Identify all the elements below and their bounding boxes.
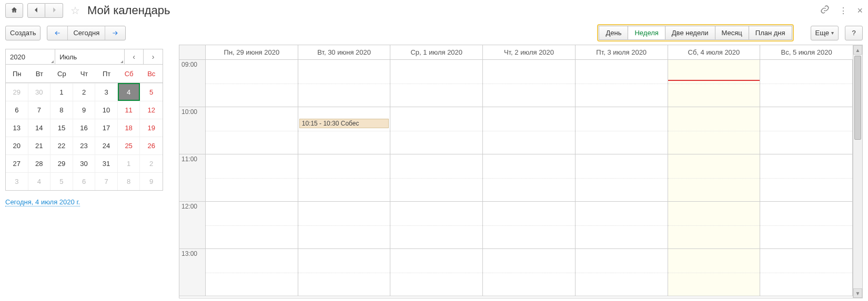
scroll-down-button[interactable]: ▼ <box>853 288 862 298</box>
mini-day-cell[interactable]: 29 <box>6 83 28 101</box>
mini-day-cell[interactable]: 30 <box>28 83 51 101</box>
nav-back-button[interactable] <box>27 3 45 18</box>
mini-day-cell[interactable]: 26 <box>140 137 163 154</box>
day-header[interactable]: Пн, 29 июня 2020 <box>206 45 298 59</box>
view-tab-day-plan[interactable]: План дня <box>749 26 792 40</box>
calendar-cell[interactable] <box>206 249 298 296</box>
view-tab-month[interactable]: Месяц <box>715 26 749 40</box>
mini-day-cell[interactable]: 14 <box>28 119 51 137</box>
mini-day-cell[interactable]: 24 <box>95 137 118 154</box>
mini-day-cell[interactable]: 5 <box>140 83 163 101</box>
calendar-cell[interactable] <box>760 107 853 154</box>
mini-day-cell[interactable]: 16 <box>73 119 96 137</box>
calendar-cell[interactable] <box>298 249 391 296</box>
calendar-cell[interactable]: 10:15 - 10:30 Собес <box>298 107 391 154</box>
calendar-cell[interactable] <box>206 60 298 107</box>
day-header[interactable]: Вт, 30 июня 2020 <box>298 45 391 59</box>
mini-day-cell[interactable]: 4 <box>28 172 51 190</box>
calendar-cell[interactable] <box>760 154 853 202</box>
mini-day-cell[interactable]: 1 <box>118 154 140 172</box>
calendar-cell[interactable] <box>483 154 576 202</box>
calendar-cell[interactable] <box>576 154 668 202</box>
create-button[interactable]: Создать <box>5 26 41 40</box>
mini-day-cell[interactable]: 28 <box>28 154 51 172</box>
day-header[interactable]: Сб, 4 июля 2020 <box>668 45 761 59</box>
calendar-event[interactable]: 10:15 - 10:30 Собес <box>299 119 389 128</box>
mini-next-month[interactable]: › <box>144 49 163 64</box>
calendar-cell[interactable] <box>483 107 576 154</box>
calendar-cell[interactable] <box>206 154 298 202</box>
mini-day-cell[interactable]: 7 <box>95 172 118 190</box>
mini-day-cell[interactable]: 5 <box>51 172 73 190</box>
mini-day-cell[interactable]: 13 <box>6 119 28 137</box>
calendar-cell[interactable] <box>390 202 483 249</box>
favorite-star-icon[interactable]: ☆ <box>70 4 80 17</box>
calendar-cell[interactable] <box>576 60 668 107</box>
kebab-menu-icon[interactable]: ⋮ <box>839 6 847 16</box>
calendar-cell[interactable] <box>298 60 391 107</box>
scroll-up-button[interactable]: ▲ <box>853 45 862 55</box>
mini-day-cell[interactable]: 3 <box>6 172 28 190</box>
calendar-cell[interactable] <box>390 249 483 296</box>
calendar-cell[interactable] <box>206 202 298 249</box>
calendar-cell[interactable] <box>668 249 761 296</box>
mini-day-cell[interactable]: 6 <box>6 101 28 119</box>
calendar-cell[interactable] <box>483 60 576 107</box>
go-today-button[interactable]: Сегодня <box>68 26 105 40</box>
mini-day-cell[interactable]: 9 <box>73 101 96 119</box>
calendar-cell[interactable] <box>576 249 668 296</box>
mini-day-cell[interactable]: 7 <box>28 101 51 119</box>
mini-day-cell[interactable]: 29 <box>51 154 73 172</box>
scroll-thumb[interactable] <box>854 56 861 140</box>
link-icon[interactable] <box>820 5 830 16</box>
calendar-cell[interactable] <box>206 107 298 154</box>
mini-day-cell[interactable]: 8 <box>118 172 140 190</box>
home-button[interactable] <box>5 3 23 18</box>
mini-day-cell[interactable]: 21 <box>28 137 51 154</box>
mini-prev-month[interactable]: ‹ <box>125 49 144 64</box>
calendar-cell[interactable] <box>668 60 761 107</box>
calendar-cell[interactable] <box>760 249 853 296</box>
mini-year-select[interactable]: 2020 <box>6 49 55 64</box>
more-button[interactable]: Еще ▾ <box>811 26 839 40</box>
mini-day-cell[interactable]: 18 <box>118 119 140 137</box>
day-header[interactable]: Вс, 5 июля 2020 <box>760 45 853 59</box>
calendar-cell[interactable] <box>576 107 668 154</box>
day-header[interactable]: Чт, 2 июля 2020 <box>483 45 576 59</box>
mini-day-cell[interactable]: 15 <box>51 119 73 137</box>
prev-period-button[interactable] <box>47 26 68 40</box>
view-tab-week[interactable]: Неделя <box>628 26 665 40</box>
calendar-cell[interactable] <box>390 60 483 107</box>
calendar-cell[interactable] <box>760 202 853 249</box>
mini-day-cell[interactable]: 9 <box>140 172 163 190</box>
nav-forward-button[interactable] <box>45 3 63 18</box>
today-link[interactable]: Сегодня, 4 июля 2020 г. <box>5 198 80 206</box>
mini-day-cell[interactable]: 4 <box>118 83 140 101</box>
mini-day-cell[interactable]: 3 <box>95 83 118 101</box>
calendar-cell[interactable] <box>483 249 576 296</box>
calendar-cell[interactable] <box>576 202 668 249</box>
next-period-button[interactable] <box>105 26 125 40</box>
mini-day-cell[interactable]: 27 <box>6 154 28 172</box>
calendar-cell[interactable] <box>298 202 391 249</box>
help-button[interactable]: ? <box>845 26 863 40</box>
mini-day-cell[interactable]: 2 <box>140 154 163 172</box>
mini-day-cell[interactable]: 20 <box>6 137 28 154</box>
day-header[interactable]: Пт, 3 июля 2020 <box>576 45 668 59</box>
calendar-cell[interactable] <box>390 107 483 154</box>
day-header[interactable]: Ср, 1 июля 2020 <box>390 45 483 59</box>
mini-day-cell[interactable]: 22 <box>51 137 73 154</box>
mini-day-cell[interactable]: 12 <box>140 101 163 119</box>
vertical-scrollbar[interactable]: ▲ ▼ <box>853 45 862 298</box>
calendar-cell[interactable] <box>668 154 761 202</box>
mini-day-cell[interactable]: 17 <box>95 119 118 137</box>
mini-day-cell[interactable]: 25 <box>118 137 140 154</box>
mini-day-cell[interactable]: 30 <box>73 154 96 172</box>
mini-day-cell[interactable]: 6 <box>73 172 96 190</box>
view-tab-day[interactable]: День <box>599 26 628 40</box>
calendar-cell[interactable] <box>298 154 391 202</box>
close-icon[interactable]: × <box>857 5 863 16</box>
mini-day-cell[interactable]: 23 <box>73 137 96 154</box>
mini-day-cell[interactable]: 1 <box>51 83 73 101</box>
calendar-cell[interactable] <box>668 202 761 249</box>
